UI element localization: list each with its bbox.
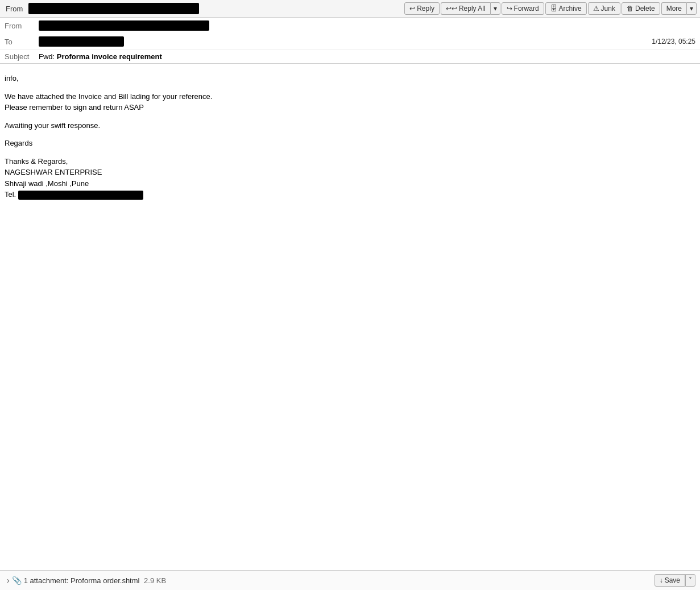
body-tel-row: Tel. xyxy=(5,189,695,200)
attachment-count-label: 1 attachment: Proforma order.shtml 2.9 K… xyxy=(24,576,166,585)
from-value-redacted xyxy=(39,20,209,31)
save-dropdown-button[interactable]: ˅ xyxy=(685,574,695,587)
reply-all-button[interactable]: ↩↩ Reply All xyxy=(441,2,490,15)
subject-main: Proforma invoice requirement xyxy=(57,52,162,61)
delete-icon: 🗑 xyxy=(627,5,633,13)
body-line-8: Shivaji wadi ,Moshi ,Pune xyxy=(5,178,695,189)
forward-icon: ↪ xyxy=(507,5,512,13)
tel-label: Tel. xyxy=(5,190,16,199)
body-line-3: Please remember to sign and return ASAP xyxy=(5,102,695,113)
delete-label: Delete xyxy=(635,5,655,13)
reply-all-label: Reply All xyxy=(459,5,486,13)
reply-all-button-group: ↩↩ Reply All ▾ xyxy=(441,2,500,15)
more-chevron-icon: ▾ xyxy=(690,5,693,13)
chevron-right-icon: › xyxy=(7,576,10,585)
tel-value-redacted xyxy=(18,191,143,200)
archive-button[interactable]: 🗄 Archive xyxy=(545,2,587,15)
chevron-down-icon: ▾ xyxy=(494,5,497,13)
more-dropdown-button[interactable]: ▾ xyxy=(686,2,697,15)
junk-label: Junk xyxy=(601,5,615,13)
from-row: From xyxy=(0,18,700,34)
forward-label: Forward xyxy=(514,5,539,13)
save-button[interactable]: ↓ Save xyxy=(655,574,685,587)
paperclip-icon: 📎 xyxy=(12,576,22,585)
to-header-label: To xyxy=(5,38,39,46)
archive-icon: 🗄 xyxy=(550,5,557,13)
more-label: More xyxy=(666,5,682,13)
attachment-expand-button[interactable]: › xyxy=(5,576,12,585)
body-line-6: Thanks & Regards, xyxy=(5,156,695,167)
from-header-label: From xyxy=(5,22,39,30)
subject-row: Subject Fwd: Proforma invoice requiremen… xyxy=(0,49,700,63)
more-button-group: More ▾ xyxy=(661,2,697,15)
body-line-4: Awaiting your swift response. xyxy=(5,120,695,131)
save-download-icon: ↓ xyxy=(660,576,663,584)
delete-button[interactable]: 🗑 Delete xyxy=(622,2,660,15)
subject-value: Fwd: Proforma invoice requirement xyxy=(39,52,162,61)
from-label: From xyxy=(3,5,25,13)
body-line-5: Regards xyxy=(5,138,695,149)
from-field-redacted xyxy=(28,3,199,14)
save-label: Save xyxy=(665,576,680,584)
junk-icon: ⚠ xyxy=(593,5,599,13)
body-line-1: info, xyxy=(5,73,695,84)
email-body: info, We have attached the Invoice and B… xyxy=(0,64,700,570)
forward-button[interactable]: ↪ Forward xyxy=(502,2,544,15)
archive-label: Archive xyxy=(559,5,582,13)
save-button-group: ↓ Save ˅ xyxy=(655,574,695,587)
save-chevron-icon: ˅ xyxy=(689,576,692,584)
to-row: To 1/12/23, 05:25 xyxy=(0,34,700,49)
reply-all-icon: ↩↩ xyxy=(446,5,457,13)
subject-prefix: Fwd: xyxy=(39,52,57,61)
body-line-7: NAGESHWAR ENTERPRISE xyxy=(5,167,695,178)
more-button[interactable]: More xyxy=(661,2,686,15)
body-line-2: We have attached the Invoice and Bill la… xyxy=(5,91,695,102)
reply-icon: ↩ xyxy=(409,5,415,13)
attachment-size: 2.9 KB xyxy=(144,576,166,585)
reply-button[interactable]: ↩ Reply xyxy=(404,2,440,15)
email-timestamp: 1/12/23, 05:25 xyxy=(652,38,695,46)
attachment-bar: › 📎 1 attachment: Proforma order.shtml 2… xyxy=(0,570,700,590)
junk-button[interactable]: ⚠ Junk xyxy=(588,2,620,15)
reply-all-dropdown-button[interactable]: ▾ xyxy=(490,2,500,15)
attachment-count: 1 attachment: xyxy=(24,576,69,585)
reply-label: Reply xyxy=(417,5,434,13)
toolbar: From ↩ Reply ↩↩ Reply All ▾ ↪ Forward 🗄 … xyxy=(0,0,700,18)
email-header: From To 1/12/23, 05:25 Subject Fwd: Prof… xyxy=(0,18,700,64)
to-value-redacted xyxy=(39,36,124,47)
subject-header-label: Subject xyxy=(5,52,39,61)
attachment-filename[interactable]: Proforma order.shtml xyxy=(71,576,139,585)
